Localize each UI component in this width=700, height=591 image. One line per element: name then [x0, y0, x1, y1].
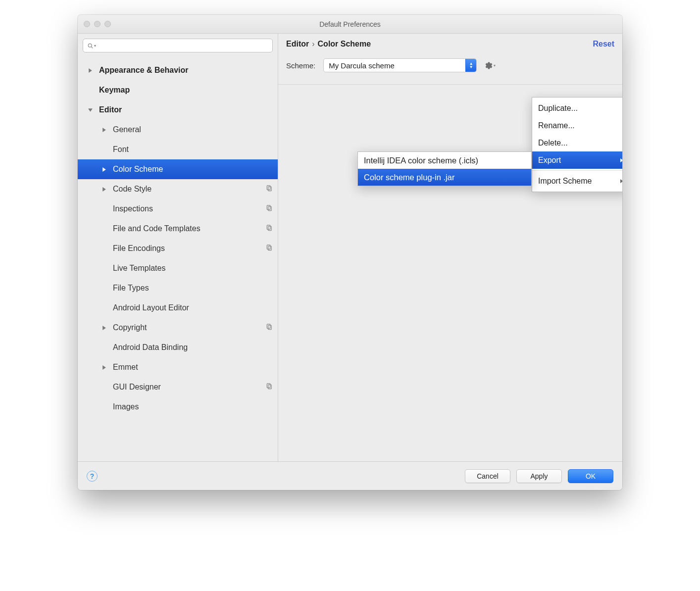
zoom-window-button[interactable]: [104, 21, 111, 27]
search-input[interactable]: ▾: [83, 39, 273, 52]
sidebar-item-appearance-behavior[interactable]: Appearance & Behavior: [78, 60, 278, 80]
sidebar-item-label: Android Data Binding: [113, 343, 273, 352]
main-panel: Editor › Color Scheme Reset Scheme: My D…: [278, 34, 622, 461]
gear-menu-item-duplicate[interactable]: Duplicate...: [532, 99, 622, 117]
sidebar-item-label: Color Scheme: [113, 165, 273, 174]
per-project-icon: [265, 323, 273, 333]
sidebar-item-label: Android Layout Editor: [113, 303, 273, 312]
svg-rect-12: [267, 383, 270, 387]
sidebar-item-label: Copyright: [113, 323, 265, 332]
sidebar-item-font[interactable]: Font: [78, 140, 278, 159]
svg-line-1: [91, 47, 93, 48]
sidebar-item-file-encodings[interactable]: File Encodings: [78, 239, 278, 258]
scheme-dropdown[interactable]: My Darcula scheme ▲▼: [323, 58, 477, 72]
export-item-color-scheme-plug-in-jar[interactable]: Color scheme plug-in .jar: [358, 169, 531, 186]
scheme-dropdown-arrows: ▲▼: [465, 59, 476, 72]
gear-menu-separator: [532, 170, 622, 171]
cancel-button[interactable]: Cancel: [465, 469, 510, 483]
sidebar-item-label: GUI Designer: [113, 383, 265, 392]
titlebar: Default Preferences: [78, 15, 622, 34]
svg-rect-6: [267, 225, 270, 229]
scheme-actions-menu: Duplicate...Rename...Delete...ExportImpo…: [532, 97, 622, 192]
search-dropdown-caret: ▾: [94, 44, 96, 48]
sidebar-item-live-templates[interactable]: Live Templates: [78, 258, 278, 278]
svg-rect-5: [268, 206, 272, 210]
ok-button[interactable]: OK: [568, 469, 613, 483]
apply-button[interactable]: Apply: [516, 469, 562, 483]
sidebar-item-label: Editor: [99, 105, 273, 114]
sidebar-item-android-data-binding[interactable]: Android Data Binding: [78, 338, 278, 357]
sidebar-item-keymap[interactable]: Keymap: [78, 80, 278, 100]
gear-menu-item-import-scheme[interactable]: Import Scheme: [532, 172, 622, 190]
breadcrumb: Editor › Color Scheme: [286, 40, 371, 49]
sidebar-item-label: General: [113, 125, 273, 134]
sidebar-item-emmet[interactable]: Emmet: [78, 357, 278, 377]
sidebar-item-label: Keymap: [99, 86, 273, 95]
gear-menu-item-label: Rename...: [538, 121, 575, 130]
gear-menu-item-export[interactable]: Export: [532, 151, 622, 169]
sidebar-item-gui-designer[interactable]: GUI Designer: [78, 377, 278, 397]
svg-rect-7: [268, 226, 272, 230]
minimize-window-button[interactable]: [94, 21, 100, 27]
export-item-intellij-idea-color-scheme-icls[interactable]: Intellij IDEA color scheme (.icls): [358, 152, 531, 169]
svg-rect-11: [268, 325, 272, 329]
window-body: ▾ Appearance & BehaviorKeymapEditorGener…: [78, 34, 622, 461]
sidebar: ▾ Appearance & BehaviorKeymapEditorGener…: [78, 34, 278, 461]
sidebar-item-file-and-code-templates[interactable]: File and Code Templates: [78, 219, 278, 239]
sidebar-item-editor[interactable]: Editor: [78, 100, 278, 120]
scheme-label: Scheme:: [286, 61, 315, 70]
per-project-icon: [265, 244, 273, 253]
submenu-arrow-icon: [619, 156, 622, 165]
help-button[interactable]: ?: [87, 471, 98, 482]
gear-menu-item-label: Export: [538, 156, 561, 165]
gear-menu-item-label: Duplicate...: [538, 104, 578, 113]
breadcrumb-color-scheme: Color Scheme: [318, 40, 371, 49]
breadcrumb-separator: ›: [312, 40, 314, 49]
window-controls: [84, 21, 111, 27]
svg-rect-10: [267, 324, 270, 328]
sidebar-item-android-layout-editor[interactable]: Android Layout Editor: [78, 298, 278, 318]
svg-rect-13: [268, 385, 272, 389]
sidebar-item-inspections[interactable]: Inspections: [78, 199, 278, 219]
sidebar-item-color-scheme[interactable]: Color Scheme: [78, 159, 278, 179]
svg-rect-3: [268, 187, 272, 191]
svg-rect-8: [267, 245, 270, 248]
sidebar-item-label: Code Style: [113, 185, 265, 194]
svg-rect-4: [267, 205, 270, 209]
svg-rect-9: [268, 246, 272, 250]
gear-menu-item-rename[interactable]: Rename...: [532, 117, 622, 134]
submenu-arrow-icon: [619, 177, 622, 186]
sidebar-item-label: File and Code Templates: [113, 224, 265, 233]
close-window-button[interactable]: [84, 21, 90, 27]
scheme-selected-value: My Darcula scheme: [324, 61, 465, 70]
sidebar-item-general[interactable]: General: [78, 120, 278, 140]
settings-tree: Appearance & BehaviorKeymapEditorGeneral…: [78, 56, 278, 461]
sidebar-item-label: Live Templates: [113, 264, 273, 273]
gear-icon: [485, 61, 493, 70]
preferences-window: Default Preferences ▾ Appearance & Behav…: [78, 15, 622, 490]
svg-point-0: [88, 44, 92, 47]
sidebar-item-code-style[interactable]: Code Style: [78, 179, 278, 199]
gear-menu-item-delete[interactable]: Delete...: [532, 134, 622, 151]
sidebar-item-label: Font: [113, 145, 273, 154]
breadcrumb-editor: Editor: [286, 40, 309, 49]
footer: ? Cancel Apply OK: [78, 461, 622, 490]
per-project-icon: [265, 383, 273, 392]
svg-rect-2: [267, 185, 270, 189]
gear-menu-item-label: Delete...: [538, 139, 568, 148]
sidebar-item-file-types[interactable]: File Types: [78, 278, 278, 298]
search-icon: [87, 43, 94, 49]
gear-menu-item-label: Import Scheme: [538, 177, 592, 186]
scheme-actions-gear[interactable]: ▾: [485, 61, 496, 70]
sidebar-item-label: Images: [113, 402, 273, 411]
export-submenu: Intellij IDEA color scheme (.icls)Color …: [357, 151, 532, 186]
sidebar-item-label: Emmet: [113, 363, 273, 372]
per-project-icon: [265, 204, 273, 214]
sidebar-item-label: File Encodings: [113, 244, 265, 253]
sidebar-item-images[interactable]: Images: [78, 397, 278, 417]
per-project-icon: [265, 185, 273, 194]
reset-link[interactable]: Reset: [593, 40, 614, 49]
sidebar-item-label: Inspections: [113, 204, 265, 213]
sidebar-item-copyright[interactable]: Copyright: [78, 318, 278, 338]
per-project-icon: [265, 224, 273, 234]
